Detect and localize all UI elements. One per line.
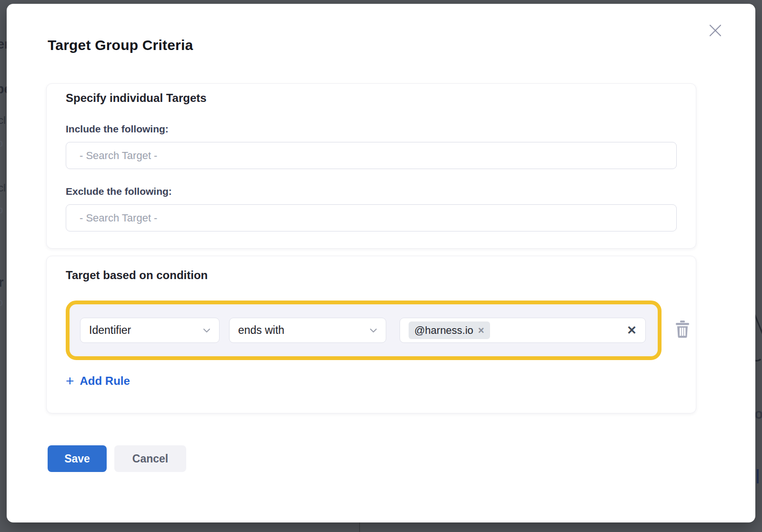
- close-icon[interactable]: [707, 22, 724, 39]
- target-group-criteria-modal: Target Group Criteria Specify individual…: [7, 4, 755, 522]
- backdrop-left-strip: er pe cl o cl o r o: [0, 0, 7, 532]
- background-fragment: r: [0, 275, 4, 290]
- background-fragment: o: [755, 406, 762, 422]
- page-title: Target Group Criteria: [48, 37, 193, 53]
- background-bar: [757, 469, 759, 483]
- delete-rule-button[interactable]: [674, 320, 692, 339]
- background-curve: [755, 349, 762, 361]
- modal-footer: Save Cancel: [48, 445, 186, 472]
- plus-icon: +: [66, 375, 74, 387]
- value-tag-text: @harness.io: [414, 324, 473, 337]
- chevron-down-icon: [203, 326, 211, 335]
- remove-tag-icon[interactable]: ×: [478, 325, 484, 336]
- attribute-select[interactable]: Identifier: [80, 318, 220, 343]
- background-fragment: o: [0, 296, 3, 309]
- individual-targets-card: Specify individual Targets Include the f…: [46, 83, 696, 249]
- backdrop-panel-divider: [359, 522, 360, 532]
- condition-card: Target based on condition Identifier end…: [46, 256, 696, 413]
- backdrop-right-strip: o: [755, 0, 762, 532]
- operator-select-value: ends with: [238, 324, 284, 337]
- save-button[interactable]: Save: [48, 445, 107, 472]
- background-fragment: cl: [0, 114, 6, 127]
- value-tag-chip: @harness.io ×: [409, 321, 490, 339]
- background-fragment: o: [0, 204, 3, 216]
- condition-heading: Target based on condition: [66, 268, 677, 283]
- add-rule-button[interactable]: + Add Rule: [66, 374, 130, 388]
- background-fragment: o: [0, 137, 3, 150]
- cancel-button[interactable]: Cancel: [114, 445, 186, 472]
- condition-rule-row: Identifier ends with @harness.io × ✕: [66, 301, 662, 360]
- include-targets-search-input[interactable]: [66, 142, 677, 169]
- exclude-targets-search-input[interactable]: [66, 204, 677, 231]
- operator-select[interactable]: ends with: [229, 318, 386, 343]
- add-rule-label: Add Rule: [80, 374, 130, 388]
- values-tag-input[interactable]: @harness.io × ✕: [400, 318, 646, 343]
- individual-targets-heading: Specify individual Targets: [66, 90, 677, 106]
- background-fragment: cl: [0, 182, 6, 194]
- exclude-label: Exclude the following:: [66, 185, 677, 198]
- clear-values-icon[interactable]: ✕: [627, 324, 637, 336]
- attribute-select-value: Identifier: [89, 324, 131, 337]
- include-label: Include the following:: [66, 123, 677, 135]
- background-curve: [755, 309, 762, 337]
- chevron-down-icon: [370, 326, 377, 335]
